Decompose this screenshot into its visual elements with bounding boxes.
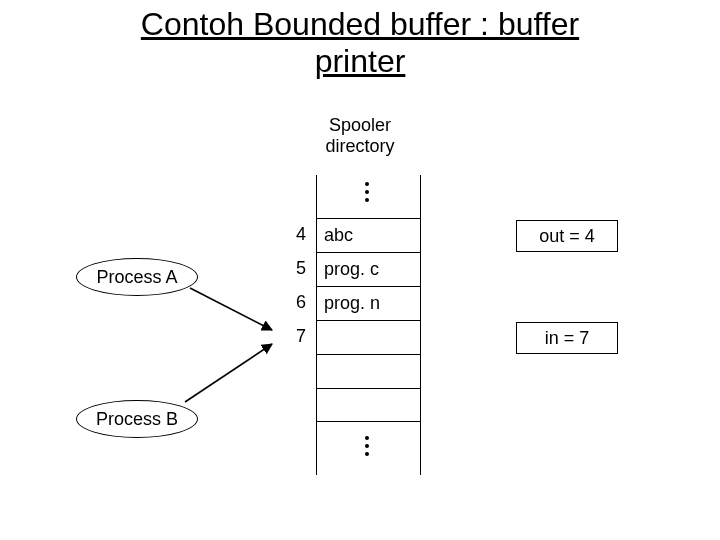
- process-a-label: Process A: [96, 267, 177, 288]
- ellipsis-bottom-icon: [364, 432, 370, 460]
- spooler-caption-line2: directory: [310, 136, 410, 157]
- buffer-cell-6: prog. n: [316, 286, 420, 320]
- buffer-cell-9: [316, 388, 420, 422]
- arrow-process-b-to-slot7: [185, 344, 272, 402]
- buffer-cell-5: prog. c: [316, 252, 420, 286]
- ellipsis-top-icon: [364, 178, 370, 206]
- spooler-caption-line1: Spooler: [310, 115, 410, 136]
- slot-index-6: 6: [276, 292, 306, 313]
- slide: Contoh Bounded buffer : buffer printer S…: [0, 0, 720, 540]
- process-a-node: Process A: [76, 258, 198, 296]
- title-line-1: Contoh Bounded buffer : buffer: [141, 6, 579, 42]
- buffer-cell-8: [316, 354, 420, 388]
- in-pointer-box: in = 7: [516, 322, 618, 354]
- out-pointer-label: out = 4: [539, 226, 595, 247]
- buffer-cell-4-value: abc: [324, 225, 353, 246]
- process-b-label: Process B: [96, 409, 178, 430]
- out-pointer-box: out = 4: [516, 220, 618, 252]
- title-line-2: printer: [315, 43, 406, 79]
- buffer-cell-6-value: prog. n: [324, 293, 380, 314]
- buffer-right-line: [420, 175, 421, 475]
- spooler-caption: Spooler directory: [310, 115, 410, 157]
- slot-index-7: 7: [276, 326, 306, 347]
- arrow-process-a-to-slot7: [190, 288, 272, 330]
- page-title: Contoh Bounded buffer : buffer printer: [0, 6, 720, 80]
- process-b-node: Process B: [76, 400, 198, 438]
- in-pointer-label: in = 7: [545, 328, 590, 349]
- buffer-cell-4: abc: [316, 218, 420, 252]
- buffer-cell-5-value: prog. c: [324, 259, 379, 280]
- slot-index-5: 5: [276, 258, 306, 279]
- slot-index-4: 4: [276, 224, 306, 245]
- buffer-cell-7: [316, 320, 420, 354]
